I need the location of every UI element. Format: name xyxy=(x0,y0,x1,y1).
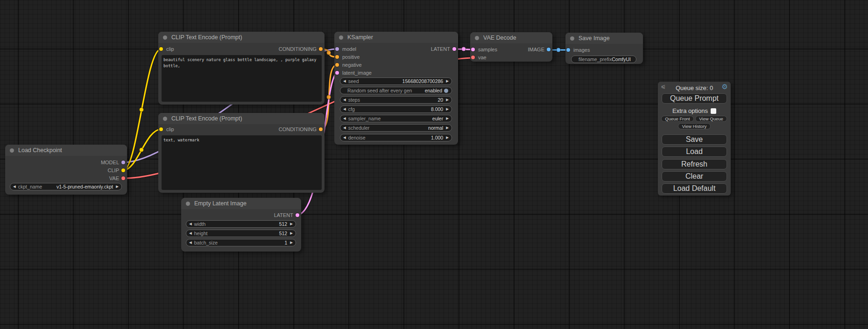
increment-arrow-icon[interactable]: ▶ xyxy=(116,185,119,189)
latent-slot-dot[interactable] xyxy=(452,47,456,51)
toggle-dot[interactable] xyxy=(444,89,448,93)
input-slot-latent-image[interactable]: latent_image xyxy=(334,70,458,76)
settings-gear-icon[interactable]: ⚙ xyxy=(722,83,728,90)
decrement-arrow-icon[interactable]: ◀ xyxy=(343,79,346,83)
node-title: Save Image xyxy=(579,35,610,42)
vae-slot-dot[interactable] xyxy=(471,56,475,59)
latent-slot-dot[interactable] xyxy=(335,71,339,75)
collapse-dot[interactable] xyxy=(186,202,190,206)
widget-value: 156680208700286 xyxy=(402,78,444,84)
output-slot-image[interactable]: IMAGE xyxy=(470,46,552,53)
widget-value: 512 xyxy=(279,221,288,227)
output-slot-model[interactable]: MODEL xyxy=(5,159,127,166)
scheduler-widget[interactable]: ◀ scheduler normal ▶ xyxy=(340,124,452,132)
collapse-dot[interactable] xyxy=(475,36,479,40)
node-clip-text-encode-negative[interactable]: CLIP Text Encode (Prompt) clip CONDITION… xyxy=(158,113,325,193)
node-graph-canvas[interactable]: Load Checkpoint MODEL CLIP VAE ◀ ckpt_na… xyxy=(0,0,868,329)
image-slot-dot[interactable] xyxy=(566,48,570,52)
extra-options-checkbox[interactable] xyxy=(711,108,716,114)
input-slot-images[interactable]: images xyxy=(565,47,643,53)
node-title: Load Checkpoint xyxy=(18,147,62,154)
collapse-dot[interactable] xyxy=(10,148,14,153)
increment-arrow-icon[interactable]: ▶ xyxy=(290,222,293,226)
input-slot-negative[interactable]: negative xyxy=(334,62,458,68)
output-slot-latent[interactable]: LATENT xyxy=(181,212,301,218)
decrement-arrow-icon[interactable]: ◀ xyxy=(189,231,192,235)
steps-widget[interactable]: ◀ steps 20 ▶ xyxy=(340,96,452,104)
output-slot-vae[interactable]: VAE xyxy=(5,175,127,182)
sampler-name-widget[interactable]: ◀ sampler_name euler ▶ xyxy=(340,115,452,122)
conditioning-slot-dot[interactable] xyxy=(335,63,339,67)
height-widget[interactable]: ◀ height 512 ▶ xyxy=(186,230,296,237)
conditioning-slot-dot[interactable] xyxy=(319,47,323,51)
output-slot-conditioning[interactable]: CONDITIONING xyxy=(158,46,325,52)
decrement-arrow-icon[interactable]: ◀ xyxy=(13,185,16,189)
width-widget[interactable]: ◀ width 512 ▶ xyxy=(186,220,296,228)
random-seed-widget[interactable]: Random seed after every gen enabled xyxy=(340,87,452,94)
image-slot-dot[interactable] xyxy=(547,48,550,51)
node-load-checkpoint[interactable]: Load Checkpoint MODEL CLIP VAE ◀ ckpt_na… xyxy=(5,145,127,195)
collapse-dot[interactable] xyxy=(570,36,574,41)
filename-prefix-widget[interactable]: filename_prefix ComfyUI xyxy=(571,56,636,63)
clear-button[interactable]: Clear xyxy=(662,171,727,182)
increment-arrow-icon[interactable]: ▶ xyxy=(446,136,449,140)
prompt-textarea[interactable]: text, watermark xyxy=(162,135,322,190)
widget-value: enabled xyxy=(425,88,442,93)
clip-slot-dot[interactable] xyxy=(121,168,125,172)
output-slot-clip[interactable]: CLIP xyxy=(5,167,127,174)
decrement-arrow-icon[interactable]: ◀ xyxy=(189,222,192,226)
node-ksampler[interactable]: KSampler model positive negative latent_… xyxy=(334,32,458,145)
denoise-widget[interactable]: ◀ denoise 1.000 ▶ xyxy=(340,134,452,141)
input-slot-positive[interactable]: positive xyxy=(334,54,458,60)
queue-panel: ⩿ Queue size: 0 ⚙ Queue Prompt Extra opt… xyxy=(658,82,731,196)
node-save-image[interactable]: Save Image images filename_prefix ComfyU… xyxy=(565,33,643,64)
node-clip-text-encode-positive[interactable]: CLIP Text Encode (Prompt) clip CONDITION… xyxy=(158,32,325,105)
slot-label: CONDITIONING xyxy=(279,46,317,52)
decrement-arrow-icon[interactable]: ◀ xyxy=(189,241,192,245)
widget-value: 8.000 xyxy=(431,106,443,112)
collapse-dot[interactable] xyxy=(163,35,167,40)
load-button[interactable]: Load xyxy=(662,147,727,157)
increment-arrow-icon[interactable]: ▶ xyxy=(290,241,293,245)
model-slot-dot[interactable] xyxy=(121,161,125,164)
load-default-button[interactable]: Load Default xyxy=(662,183,727,194)
save-button[interactable]: Save xyxy=(662,134,727,145)
batch-size-widget[interactable]: ◀ batch_size 1 ▶ xyxy=(186,239,296,246)
cfg-widget[interactable]: ◀ cfg 8.000 ▶ xyxy=(340,105,452,113)
decrement-arrow-icon[interactable]: ◀ xyxy=(343,126,346,130)
increment-arrow-icon[interactable]: ▶ xyxy=(446,107,449,111)
decrement-arrow-icon[interactable]: ◀ xyxy=(343,136,346,140)
widget-name: steps xyxy=(348,97,360,103)
increment-arrow-icon[interactable]: ▶ xyxy=(446,98,449,102)
increment-arrow-icon[interactable]: ▶ xyxy=(446,117,449,120)
ckpt-name-widget[interactable]: ◀ ckpt_name v1-5-pruned-emaonly.ckpt ▶ xyxy=(10,183,122,190)
widget-name: Random seed after every gen xyxy=(347,88,412,93)
vae-slot-dot[interactable] xyxy=(121,176,125,180)
collapse-dot[interactable] xyxy=(163,117,167,121)
seed-widget[interactable]: ◀ seed 156680208700286 ▶ xyxy=(340,77,452,85)
refresh-button[interactable]: Refresh xyxy=(662,159,727,169)
slot-label: LATENT xyxy=(431,46,450,52)
input-slot-vae[interactable]: vae xyxy=(470,54,552,61)
increment-arrow-icon[interactable]: ▶ xyxy=(446,126,449,130)
output-slot-conditioning[interactable]: CONDITIONING xyxy=(158,126,325,133)
output-slot-latent[interactable]: LATENT xyxy=(334,46,458,52)
node-vae-decode[interactable]: VAE Decode samples vae IMAGE xyxy=(470,32,552,62)
increment-arrow-icon[interactable]: ▶ xyxy=(290,231,293,235)
queue-front-button[interactable]: Queue Front xyxy=(661,116,694,122)
conditioning-slot-dot[interactable] xyxy=(319,127,323,131)
widget-name: scheduler xyxy=(348,125,370,131)
increment-arrow-icon[interactable]: ▶ xyxy=(446,79,449,83)
node-empty-latent-image[interactable]: Empty Latent Image LATENT ◀ width 512 ▶ … xyxy=(181,198,301,252)
view-queue-button[interactable]: View Queue xyxy=(695,116,727,122)
decrement-arrow-icon[interactable]: ◀ xyxy=(343,117,346,120)
queue-prompt-button[interactable]: Queue Prompt xyxy=(662,93,727,104)
decrement-arrow-icon[interactable]: ◀ xyxy=(343,98,346,102)
collapse-dot[interactable] xyxy=(339,35,343,40)
widget-name: ckpt_name xyxy=(18,184,42,189)
conditioning-slot-dot[interactable] xyxy=(335,55,339,59)
view-history-button[interactable]: View History xyxy=(678,123,711,129)
prompt-textarea[interactable]: beautiful scenery nature glass bottle la… xyxy=(162,55,322,102)
decrement-arrow-icon[interactable]: ◀ xyxy=(343,107,346,111)
latent-slot-dot[interactable] xyxy=(296,213,299,217)
